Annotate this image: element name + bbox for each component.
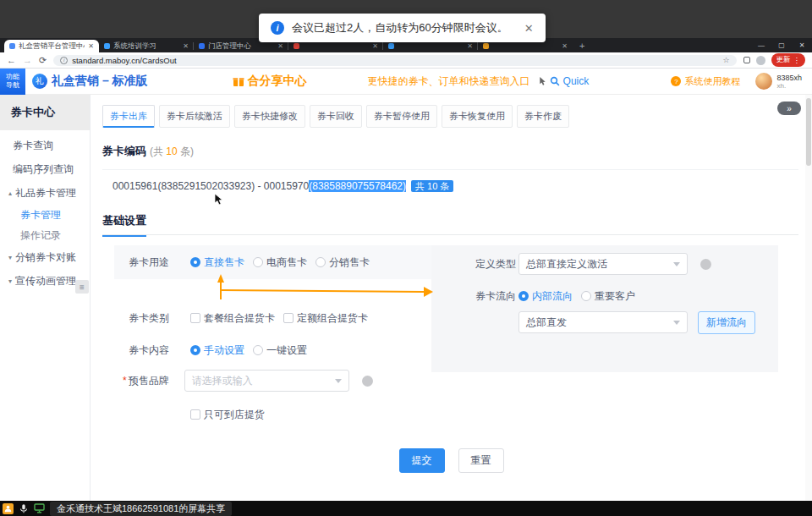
- bookmark-star-icon[interactable]: ☆: [722, 56, 729, 64]
- scrollbar-thumb[interactable]: [806, 98, 811, 166]
- tab-close-icon[interactable]: ✕: [467, 42, 473, 50]
- radio-internal-flow[interactable]: 内部流向: [518, 289, 573, 304]
- definition-type-select[interactable]: 总部直接定义激活: [518, 253, 688, 275]
- tab-close-icon[interactable]: ✕: [183, 42, 189, 50]
- tab-title: 礼盒营销平台管理中心: [19, 41, 85, 52]
- submit-button[interactable]: 提交: [399, 448, 445, 473]
- address-bar[interactable]: i standard.maboy.cn/CardsOut ☆: [53, 55, 736, 66]
- panel-collapse-button[interactable]: »: [777, 102, 801, 115]
- sidebar-item-card-query[interactable]: 券卡查询: [0, 134, 90, 157]
- user-account[interactable]: 8385xh xh.: [755, 73, 802, 90]
- radio-manual-setting[interactable]: 手动设置: [190, 343, 244, 358]
- card-code-range: 00015961(8385291502033923) - 00015970(83…: [112, 180, 453, 193]
- tab-card-followup-activation[interactable]: 券卡后续激活: [159, 105, 230, 128]
- tab-favicon: [294, 43, 299, 49]
- sidebar-title: 券卡中心: [0, 95, 90, 130]
- browser-update-button[interactable]: 更新 ⋮: [771, 53, 806, 67]
- radio-one-click-setting[interactable]: 一键设置: [253, 343, 307, 358]
- cursor-pointer-icon: [539, 77, 546, 86]
- window-close-button[interactable]: ✕: [792, 41, 812, 49]
- radio-ecommerce-sale[interactable]: 电商售卡: [253, 255, 307, 270]
- radio-label: 分销售卡: [329, 255, 370, 270]
- sidebar-group-gift-card-mgmt[interactable]: ▴ 礼品券卡管理: [0, 181, 90, 205]
- tab-card-recycle[interactable]: 券卡回收: [310, 105, 362, 128]
- tutorial-link[interactable]: ? 系统使用教程: [671, 75, 740, 88]
- function-nav-button[interactable]: 功能 导航: [0, 69, 25, 95]
- site-info-icon[interactable]: i: [60, 57, 68, 64]
- category-row: 券卡类别 套餐组合提货卡 定额组合提货卡: [129, 308, 376, 328]
- scrollbar[interactable]: [805, 95, 812, 501]
- checkbox-label: 只可到店提货: [204, 408, 265, 422]
- section-title-text: 券卡编码: [102, 145, 146, 157]
- settings-divider: [102, 234, 798, 235]
- reset-button[interactable]: 重置: [458, 448, 504, 473]
- tab-close-icon[interactable]: ✕: [277, 42, 283, 50]
- tab-card-void[interactable]: 券卡作废: [517, 105, 569, 128]
- forward-icon[interactable]: →: [23, 56, 32, 65]
- card-flow-label: 券卡流向: [475, 289, 516, 304]
- sidebar-collapse-handle[interactable]: ≡: [75, 280, 89, 294]
- radio-distribution-sale[interactable]: 分销售卡: [315, 255, 370, 270]
- share-center-link[interactable]: 合分享中心: [233, 74, 307, 89]
- radio-icon: [518, 291, 529, 301]
- browser-tab-1[interactable]: 礼盒营销平台管理中心 ✕: [4, 40, 99, 52]
- tab-card-resume[interactable]: 券卡恢复使用: [442, 105, 513, 128]
- browser-tab-2[interactable]: 系统培训学习 ✕: [99, 40, 194, 52]
- radio-label: 内部流向: [532, 289, 573, 304]
- tab-close-icon[interactable]: ✕: [88, 42, 94, 50]
- add-flow-button[interactable]: 新增流向: [698, 311, 755, 334]
- section-count: (共 10 条): [150, 145, 194, 157]
- card-action-tabs: 券卡出库 券卡后续激活 券卡快捷修改 券卡回收 券卡暂停使用 券卡恢复使用 券卡…: [102, 105, 569, 128]
- back-icon[interactable]: ←: [7, 56, 16, 65]
- checkbox-label: 套餐组合提货卡: [204, 311, 275, 326]
- card-codes-section-title: 券卡编码(共 10 条): [102, 144, 194, 159]
- content-row: 券卡内容 手动设置 一键设置: [129, 340, 315, 360]
- toast-message: 会议已超过2人，自动转为60分钟限时会议。: [292, 20, 508, 36]
- promo-text: 更快捷的券卡、订单和快递查询入口: [368, 74, 530, 89]
- help-icon[interactable]: [700, 259, 711, 270]
- user-info: 8385xh xh.: [776, 74, 802, 90]
- tab-close-icon[interactable]: ✕: [562, 42, 568, 50]
- flow-select[interactable]: 总部直发: [518, 311, 688, 333]
- sidebar-item-operation-records[interactable]: 操作记录: [0, 225, 90, 245]
- select-value: 总部直接定义激活: [526, 257, 607, 272]
- sidebar-item-card-management[interactable]: 券卡管理: [0, 205, 90, 225]
- checkbox-store-pickup-only[interactable]: 只可到店提货: [190, 408, 265, 422]
- user-name: 8385xh: [776, 74, 802, 82]
- window-controls: — ▢ ✕: [751, 38, 812, 52]
- profile-avatar[interactable]: [756, 56, 765, 65]
- tab-card-outbound[interactable]: 券卡出库: [102, 105, 155, 128]
- checkbox-fixed-combo-card[interactable]: 定额组合提货卡: [283, 311, 368, 326]
- tab-card-quick-edit[interactable]: 券卡快捷修改: [234, 105, 305, 128]
- reload-icon[interactable]: ⟳: [39, 56, 47, 65]
- tab-close-icon[interactable]: ✕: [372, 42, 378, 50]
- microphone-icon[interactable]: [19, 503, 29, 514]
- form-actions: 提交 重置: [91, 448, 812, 473]
- share-center-label: 合分享中心: [248, 74, 307, 89]
- code-selected-text: (8385889075578462): [309, 180, 406, 192]
- presale-brand-select[interactable]: 请选择或输入: [184, 370, 349, 392]
- user-sub: xh.: [776, 82, 802, 90]
- card-flow-row: 券卡流向 内部流向 重要客户: [475, 288, 644, 305]
- quick-search-link[interactable]: Quick: [539, 75, 590, 87]
- sidebar-item-code-sequence-query[interactable]: 编码序列查询: [0, 157, 90, 181]
- window-maximize-button[interactable]: ▢: [771, 41, 792, 49]
- radio-direct-sale[interactable]: 直接售卡: [190, 255, 244, 270]
- radio-important-customer[interactable]: 重要客户: [581, 289, 635, 304]
- help-icon[interactable]: [362, 376, 373, 387]
- window-minimize-button[interactable]: —: [751, 41, 771, 49]
- checkbox-package-combo-card[interactable]: 套餐组合提货卡: [190, 311, 275, 326]
- new-tab-button[interactable]: +: [579, 41, 584, 51]
- chevron-down-icon: [673, 321, 680, 325]
- tab-favicon: [483, 43, 489, 49]
- checkbox-label: 定额组合提货卡: [297, 311, 368, 326]
- extensions-icon[interactable]: [743, 57, 750, 63]
- checkbox-icon: [190, 409, 200, 420]
- sidebar-group-distribution-reconciliation[interactable]: ▾ 分销券卡对账: [0, 245, 90, 269]
- gift-icon: [233, 75, 244, 87]
- screen-share-icon[interactable]: [34, 503, 45, 513]
- section-divider: [102, 169, 798, 170]
- toast-close-icon[interactable]: ✕: [524, 22, 534, 35]
- tab-card-suspend[interactable]: 券卡暂停使用: [366, 105, 437, 128]
- question-icon: ?: [671, 76, 681, 86]
